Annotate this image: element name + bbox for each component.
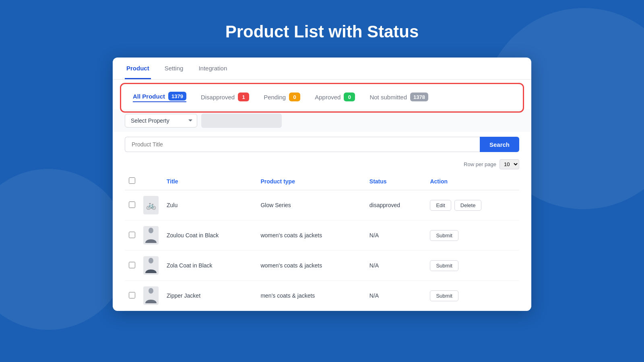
filter-not-submitted-label: Not submitted — [369, 94, 407, 101]
row-status-cell: N/A — [365, 251, 426, 281]
row-action-cell: Edit Delete — [426, 190, 519, 220]
filter-disapproved-label: Disapproved — [201, 94, 235, 101]
row-type-cell: women's coats & jackets — [256, 251, 365, 281]
row-checkbox[interactable] — [129, 262, 135, 268]
row-title-cell: Zoulou Coat in Black — [163, 220, 256, 251]
svg-point-0 — [149, 228, 153, 233]
svg-point-2 — [149, 288, 153, 294]
main-card: Product Setting Integration All Product … — [113, 58, 531, 311]
status-filters: All Product 1379 Disapproved 1 Pending 0… — [125, 86, 519, 109]
filter-approved[interactable]: Approved 0 — [315, 93, 355, 101]
row-image-cell — [139, 251, 163, 281]
filter-pending-label: Pending — [264, 94, 286, 101]
filter-all-badge: 1379 — [168, 92, 186, 101]
row-title-cell: Zola Coat in Black — [163, 251, 256, 281]
person-icon — [144, 256, 158, 275]
row-action-cell: Submit — [426, 251, 519, 281]
col-checkbox — [125, 173, 139, 190]
action-buttons: Submit — [430, 290, 515, 301]
row-checkbox[interactable] — [129, 232, 135, 238]
product-image: 🚲 — [143, 196, 159, 214]
rows-per-page-select[interactable]: 10 — [500, 159, 519, 169]
select-all-checkbox[interactable] — [129, 177, 135, 184]
action-buttons: Edit Delete — [430, 200, 515, 211]
row-image-cell — [139, 281, 163, 311]
search-button[interactable]: Search — [480, 137, 519, 152]
row-image-cell: 🚲 — [139, 190, 163, 220]
row-status-cell: N/A — [365, 220, 426, 251]
row-checkbox[interactable] — [129, 292, 135, 298]
submit-button[interactable]: Submit — [430, 230, 458, 241]
filter-approved-label: Approved — [315, 94, 341, 101]
filter-approved-badge: 0 — [344, 93, 355, 101]
action-buttons: Submit — [430, 230, 515, 241]
row-checkbox[interactable] — [129, 202, 135, 208]
table-body: 🚲 Zulu Glow Series disapproved Edit Dele… — [125, 190, 519, 311]
submit-button[interactable]: Submit — [430, 290, 458, 301]
col-product-type: Product type — [256, 173, 365, 190]
product-image — [143, 286, 159, 305]
product-image — [143, 256, 159, 275]
tab-product[interactable]: Product — [125, 58, 151, 79]
col-title: Title — [163, 173, 256, 190]
search-row: Search — [113, 132, 531, 157]
filter-not-submitted-badge: 1378 — [410, 93, 428, 101]
product-table: Title Product type Status Action 🚲 — [125, 173, 519, 311]
filters-row: Select Property — [113, 109, 531, 132]
product-table-wrap: Title Product type Status Action 🚲 — [113, 173, 531, 311]
search-input[interactable] — [125, 137, 480, 152]
row-title-cell: Zipper Jacket — [163, 281, 256, 311]
filter-pending[interactable]: Pending 0 — [264, 93, 300, 101]
row-action-cell: Submit — [426, 220, 519, 251]
row-per-page-label: Row per page — [464, 161, 496, 167]
row-status-cell: disapproved — [365, 190, 426, 220]
delete-button[interactable]: Delete — [454, 200, 482, 211]
svg-point-1 — [149, 258, 153, 263]
tab-integration[interactable]: Integration — [197, 58, 229, 79]
filter-disapproved-badge: 1 — [238, 93, 249, 101]
product-image — [143, 226, 159, 245]
table-header-row: Title Product type Status Action — [125, 173, 519, 190]
row-title-cell: Zulu — [163, 190, 256, 220]
bg-decoration-left — [0, 169, 129, 330]
row-checkbox-cell — [125, 251, 139, 281]
table-row: Zipper Jacket men's coats & jackets N/A … — [125, 281, 519, 311]
table-row: Zola Coat in Black women's coats & jacke… — [125, 251, 519, 281]
status-bar-wrapper: All Product 1379 Disapproved 1 Pending 0… — [113, 80, 531, 109]
row-per-page-bar: Row per page 10 — [113, 157, 531, 173]
col-image — [139, 173, 163, 190]
row-action-cell: Submit — [426, 281, 519, 311]
edit-button[interactable]: Edit — [430, 200, 451, 211]
row-checkbox-cell — [125, 281, 139, 311]
table-row: 🚲 Zulu Glow Series disapproved Edit Dele… — [125, 190, 519, 220]
secondary-filter — [201, 113, 282, 128]
page-title: Product List with Status — [225, 22, 419, 41]
select-property[interactable]: Select Property — [125, 114, 197, 128]
filter-all-label: All Product — [133, 93, 165, 100]
bike-icon: 🚲 — [146, 200, 156, 210]
action-buttons: Submit — [430, 260, 515, 271]
row-checkbox-cell — [125, 190, 139, 220]
row-type-cell: women's coats & jackets — [256, 220, 365, 251]
filter-pending-badge: 0 — [289, 93, 300, 101]
person-icon — [144, 226, 158, 245]
submit-button[interactable]: Submit — [430, 260, 458, 271]
filter-disapproved[interactable]: Disapproved 1 — [201, 93, 249, 101]
tab-bar: Product Setting Integration — [113, 58, 531, 80]
row-checkbox-cell — [125, 220, 139, 251]
table-row: Zoulou Coat in Black women's coats & jac… — [125, 220, 519, 251]
tab-setting[interactable]: Setting — [163, 58, 185, 79]
person-icon — [144, 286, 158, 305]
filter-all[interactable]: All Product 1379 — [133, 92, 186, 102]
row-status-cell: N/A — [365, 281, 426, 311]
row-image-cell — [139, 220, 163, 251]
col-action: Action — [426, 173, 519, 190]
filter-not-submitted[interactable]: Not submitted 1378 — [369, 93, 428, 101]
col-status: Status — [365, 173, 426, 190]
row-type-cell: men's coats & jackets — [256, 281, 365, 311]
row-type-cell: Glow Series — [256, 190, 365, 220]
